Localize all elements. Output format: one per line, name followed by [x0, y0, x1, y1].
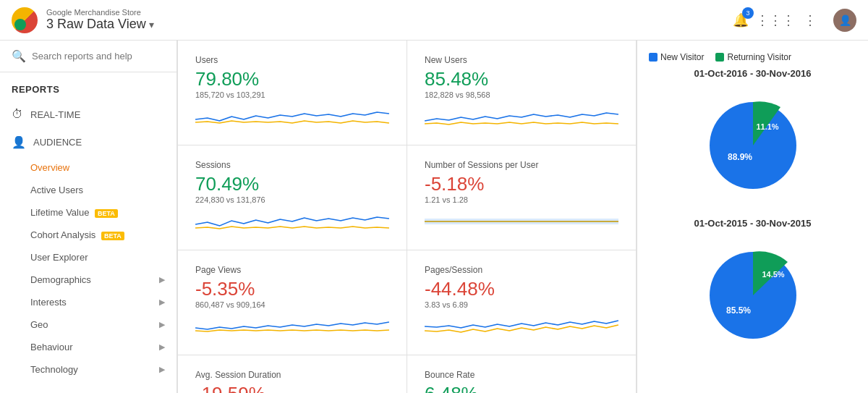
metric-cell-sessions: Sessions 70.49% 224,830 vs 131,876: [178, 145, 407, 250]
legend-dot-new-visitor: [649, 53, 658, 62]
technology-arrow: ▶: [159, 365, 165, 374]
sparkline-users: [195, 105, 389, 128]
search-bar: 🔍: [0, 41, 176, 72]
sidebar: 🔍 Reports ⏱ REAL-TIME 👤 AUDIENCE Overvie…: [0, 41, 177, 393]
metric-label-pages-session: Pages/Session: [425, 265, 618, 275]
metric-comparison-page-views: 860,487 vs 909,164: [195, 300, 389, 309]
sparkline-sessions-per-user: [425, 210, 618, 233]
metric-value-sessions: 70.49%: [195, 173, 389, 195]
chart-period-2016: 01-Oct-2016 - 30-Nov-2016: [649, 68, 856, 79]
sidebar-expandable-interests[interactable]: Interests ▶: [0, 291, 176, 313]
pie-label-returning-2016: 11.1%: [756, 122, 778, 131]
metric-cell-users: Users 79.80% 185,720 vs 103,291: [178, 41, 407, 145]
grid-menu-button[interactable]: ⋮⋮⋮: [764, 9, 787, 32]
metric-comparison-pages-session: 3.83 vs 6.89: [425, 300, 618, 309]
geo-label: Geo: [30, 319, 48, 330]
legend-label-new-visitor: New Visitor: [660, 52, 704, 62]
sidebar-sub-overview[interactable]: Overview: [0, 156, 176, 179]
interests-label: Interests: [30, 297, 67, 308]
title-dropdown-arrow[interactable]: ▾: [149, 19, 154, 30]
demographics-label: Demographics: [30, 274, 91, 285]
content-area: Users 79.80% 185,720 vs 103,291 New User…: [177, 41, 868, 393]
sidebar-expandable-geo[interactable]: Geo ▶: [0, 313, 176, 336]
pie-label-new-2016: 88.9%: [727, 152, 752, 162]
audience-label: AUDIENCE: [33, 137, 82, 148]
lifetime-beta-badge: BETA: [95, 209, 118, 218]
behaviour-arrow: ▶: [159, 342, 165, 352]
search-icon: 🔍: [12, 49, 26, 63]
metric-label-page-views: Page Views: [195, 265, 389, 275]
geo-arrow: ▶: [159, 320, 165, 329]
behaviour-label: Behaviour: [30, 342, 73, 352]
metric-value-new-users: 85.48%: [425, 68, 618, 90]
metric-cell-pages-session: Pages/Session -44.48% 3.83 vs 6.89: [407, 250, 637, 355]
more-options-button[interactable]: ⋮: [799, 9, 822, 32]
pie-chart-2015: 14.5% 85.5%: [695, 237, 811, 353]
metric-value-bounce-rate: 6.48%: [425, 383, 618, 393]
header-title: Google Merchandise Store 3 Raw Data View…: [46, 8, 154, 32]
sparkline-page-views: [195, 315, 389, 338]
metric-label-bounce-rate: Bounce Rate: [425, 370, 618, 380]
metric-label-new-users: New Users: [425, 55, 618, 65]
metric-comparison-new-users: 182,828 vs 98,568: [425, 90, 618, 99]
sidebar-item-audience[interactable]: 👤 AUDIENCE: [0, 128, 176, 156]
logo-icon: [12, 7, 38, 33]
metric-value-page-views: -5.35%: [195, 278, 389, 300]
metric-label-sessions: Sessions: [195, 160, 389, 170]
metric-label-users: Users: [195, 55, 389, 65]
metric-value-sessions-per-user: -5.18%: [425, 173, 618, 195]
pie-label-new-2015: 85.5%: [726, 305, 750, 316]
legend-item-returning-visitor: Returning Visitor: [715, 52, 791, 62]
sidebar-expandable-technology[interactable]: Technology ▶: [0, 358, 176, 381]
sidebar-item-realtime[interactable]: ⏱ REAL-TIME: [0, 101, 176, 128]
pie-container-2016: 11.1% 88.9%: [649, 88, 856, 203]
legend-dot-returning-visitor: [715, 53, 724, 62]
pie-container-2015: 14.5% 85.5%: [649, 237, 856, 353]
sidebar-expandable-behaviour[interactable]: Behaviour ▶: [0, 336, 176, 358]
sidebar-expandable-demographics[interactable]: Demographics ▶: [0, 269, 176, 291]
demographics-arrow: ▶: [159, 275, 165, 284]
technology-label: Technology: [30, 364, 78, 375]
reports-section-label: Reports: [0, 72, 176, 101]
metric-cell-bounce-rate: Bounce Rate 6.48% 49.57% vs 46.55%: [407, 355, 637, 393]
cohort-beta-badge: BETA: [101, 232, 124, 240]
metric-label-sessions-per-user: Number of Sessions per User: [425, 160, 618, 170]
search-input[interactable]: [32, 51, 165, 62]
header-main: 3 Raw Data View ▾: [46, 17, 154, 32]
chart-period-2015: 01-Oct-2015 - 30-Nov-2015: [649, 218, 856, 229]
legend-item-new-visitor: New Visitor: [649, 52, 704, 62]
interests-arrow: ▶: [159, 297, 165, 307]
sparkline-new-users: [425, 105, 618, 128]
metric-value-avg-session: -19.59%: [195, 383, 389, 393]
sparkline-sessions: [195, 210, 389, 233]
metrics-area: Users 79.80% 185,720 vs 103,291 New User…: [177, 41, 637, 393]
notification-button[interactable]: 🔔 3: [729, 9, 752, 32]
metric-cell-page-views: Page Views -5.35% 860,487 vs 909,164: [178, 250, 407, 355]
header-left: Google Merchandise Store 3 Raw Data View…: [12, 7, 154, 33]
sidebar-sub-active-users[interactable]: Active Users: [0, 179, 176, 201]
realtime-label: REAL-TIME: [30, 109, 80, 120]
realtime-icon: ⏱: [12, 108, 23, 121]
pie-label-returning-2015: 14.5%: [762, 270, 784, 279]
metric-cell-avg-session: Avg. Session Duration -19.59% 00:02:01 v…: [178, 355, 407, 393]
avatar[interactable]: 👤: [833, 9, 856, 32]
sparkline-pages-session: [425, 315, 618, 338]
app-header: Google Merchandise Store 3 Raw Data View…: [0, 0, 868, 41]
metrics-grid: Users 79.80% 185,720 vs 103,291 New User…: [177, 41, 637, 393]
sidebar-sub-lifetime-value[interactable]: Lifetime Value BETA: [0, 201, 176, 224]
view-title: 3 Raw Data View: [46, 17, 146, 32]
metric-value-users: 79.80%: [195, 68, 389, 90]
metric-cell-sessions-per-user: Number of Sessions per User -5.18% 1.21 …: [407, 145, 637, 250]
charts-panel: New Visitor Returning Visitor 01-Oct-201…: [637, 41, 868, 393]
main-layout: 🔍 Reports ⏱ REAL-TIME 👤 AUDIENCE Overvie…: [0, 41, 868, 393]
sidebar-sub-cohort-analysis[interactable]: Cohort Analysis BETA: [0, 224, 176, 246]
pie-chart-2016: 11.1% 88.9%: [695, 88, 811, 203]
header-right: 🔔 3 ⋮⋮⋮ ⋮ 👤: [729, 9, 856, 32]
metric-value-pages-session: -44.48%: [425, 278, 618, 300]
legend-label-returning-visitor: Returning Visitor: [727, 52, 791, 62]
sidebar-sub-user-explorer[interactable]: User Explorer: [0, 246, 176, 269]
metric-comparison-users: 185,720 vs 103,291: [195, 90, 389, 99]
metric-comparison-sessions-per-user: 1.21 vs 1.28: [425, 195, 618, 204]
store-name: Google Merchandise Store: [46, 8, 154, 17]
metric-comparison-sessions: 224,830 vs 131,876: [195, 195, 389, 204]
